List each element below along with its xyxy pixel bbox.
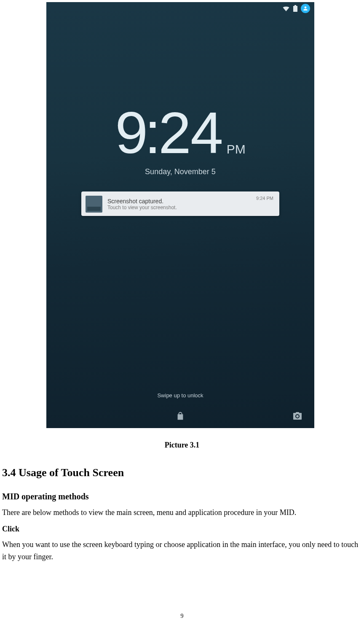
wifi-icon — [282, 5, 290, 11]
lock-screen-clock: 9 : 24 PM Sunday, November 5 — [46, 103, 314, 176]
notification-card[interactable]: Screenshot captured. Touch to view your … — [81, 191, 279, 216]
clock-date: Sunday, November 5 — [46, 167, 314, 176]
subsection-heading-click: Click — [2, 525, 364, 534]
swipe-up-hint: Swipe up to unlock — [46, 392, 314, 399]
section-heading-3-4: 3.4 Usage of Touch Screen — [2, 466, 364, 479]
notification-thumbnail-icon — [86, 196, 102, 213]
clock-hour: 9 — [115, 103, 147, 162]
camera-icon[interactable] — [292, 411, 302, 422]
page-number: 9 — [0, 613, 364, 620]
clock-ampm: PM — [227, 142, 246, 156]
embedded-phone-screenshot: 9 : 24 PM Sunday, November 5 Screenshot … — [46, 2, 314, 428]
notification-time: 9:24 PM — [256, 196, 273, 201]
subsection-heading-methods: MID operating methods — [2, 492, 364, 501]
paragraph-methods: There are below methods to view the main… — [2, 507, 364, 519]
battery-icon — [293, 5, 297, 12]
paragraph-click: When you want to use the screen keyboard… — [2, 539, 364, 563]
notification-title: Screenshot captured. — [107, 198, 256, 205]
figure-caption: Picture 3.1 — [0, 441, 364, 450]
lock-icon[interactable] — [176, 411, 185, 422]
lock-screen-bottom-bar — [46, 405, 314, 428]
clock-minute: 24 — [158, 103, 222, 162]
status-bar — [46, 2, 314, 15]
user-avatar-icon[interactable] — [301, 4, 310, 13]
notification-subtitle: Touch to view your screenshot. — [107, 205, 256, 210]
